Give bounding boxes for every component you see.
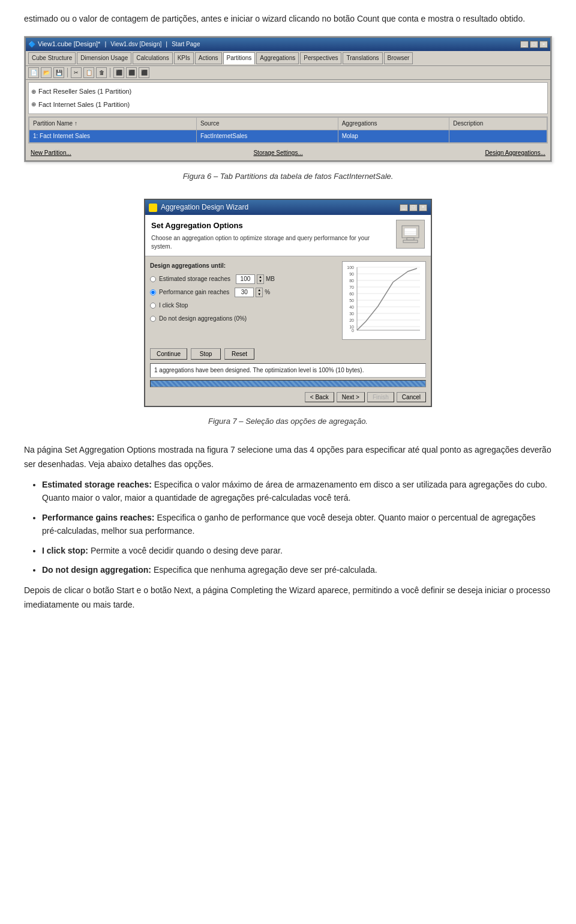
bullet2-title: Performance gains reaches:	[42, 513, 155, 522]
fig6-tab2[interactable]: View1.dsv [Design]	[110, 40, 161, 49]
fig6-table-area: Partition Name ↑ Source Aggregations Des…	[28, 116, 548, 143]
toolbar-cube-structure[interactable]: Cube Structure	[28, 52, 76, 64]
tree-label-1: Fact Reseller Sales (1 Partition)	[38, 86, 131, 97]
storage-settings-link[interactable]: Storage Settings...	[253, 148, 302, 158]
toolbar-calculations[interactable]: Calculations	[133, 52, 172, 64]
fig7-opt2-label: Performance gain reaches	[159, 288, 229, 297]
cut-icon[interactable]: ✂	[71, 67, 82, 78]
icon7[interactable]: ⬛	[139, 67, 149, 78]
fig7-opt1-down[interactable]: ▼	[257, 279, 263, 283]
fig6-tab3[interactable]: Start Page	[172, 40, 200, 49]
fig7-header-desc: Choose an aggregation option to optimize…	[151, 234, 390, 251]
fig7-win-controls: _ □ ×	[400, 204, 427, 211]
fig7-opt2-value[interactable]: 30	[235, 288, 254, 297]
toolbar-partitions[interactable]: Partitions	[223, 52, 256, 64]
fig7-opt1-control: 100 ▲ ▼ MB	[236, 274, 275, 284]
fig7-back-btn[interactable]: < Back	[305, 392, 334, 402]
fig7-radio-3[interactable]	[150, 303, 156, 309]
fig7-opt2-control: 30 ▲ ▼ %	[235, 288, 270, 297]
fig7-radio-2[interactable]	[150, 289, 156, 295]
design-aggregations-link[interactable]: Design Aggregations...	[485, 148, 545, 158]
fig6-title: View1.cube [Design]*	[38, 39, 100, 50]
bullet4-title: Do not design aggregation:	[42, 565, 151, 575]
fig7-title-icon	[149, 204, 157, 212]
toolbar-actions[interactable]: Actions	[195, 52, 222, 64]
col-header-description: Description	[449, 118, 547, 130]
fig7-restore[interactable]: □	[409, 204, 418, 211]
icon6[interactable]: ⬛	[126, 67, 137, 78]
close-btn[interactable]: ×	[539, 41, 548, 48]
delete-icon[interactable]: 🗑	[96, 67, 107, 78]
new-icon[interactable]: 📄	[28, 67, 39, 78]
fig7-opt1-arrows[interactable]: ▲ ▼	[257, 274, 264, 284]
fig7-option-4: Do not design aggregations (0%)	[150, 314, 337, 324]
bullet-item-2: Performance gains reaches: Especifica o …	[42, 511, 552, 538]
minimize-btn[interactable]: _	[520, 41, 529, 48]
fig7-header-text: Set Aggregation Options Choose an aggreg…	[151, 220, 390, 251]
cell-aggregations: Molap	[338, 130, 449, 143]
fig7-design-label: Design aggregations until:	[150, 261, 337, 271]
figure6-caption: Figura 6 – Tab Partitions da tabela de f…	[24, 167, 552, 187]
toolbar-perspectives[interactable]: Perspectives	[300, 52, 341, 64]
col-header-source: Source	[196, 118, 338, 130]
fig7-minimize[interactable]: _	[400, 204, 408, 211]
fig6-window: 🔷 View1.cube [Design]* | View1.dsv [Desi…	[25, 37, 551, 162]
body-paragraph2: Depois de clicar o botão Start e o botão…	[24, 584, 552, 612]
fig7-title: Aggregation Design Wizard	[161, 202, 248, 213]
table-row[interactable]: 1: Fact Internet Sales FactInternetSales…	[29, 130, 547, 143]
restore-btn[interactable]: □	[530, 41, 538, 48]
fig7-option-2: Performance gain reaches 30 ▲ ▼ %	[150, 288, 337, 297]
fig7-stop-btn[interactable]: Stop	[191, 348, 221, 360]
new-partition-link[interactable]: New Partition...	[31, 148, 71, 158]
fig7-option-1: Estimated storage reaches 100 ▲ ▼ MB	[150, 274, 337, 284]
fig7-left: Design aggregations until: Estimated sto…	[150, 261, 337, 340]
fig7-reset-btn[interactable]: Reset	[224, 348, 254, 360]
bullet3-text-content: Permite a você decidir quando o desing d…	[91, 546, 283, 555]
fig7-header-icon	[396, 220, 425, 249]
cell-description	[449, 130, 547, 143]
fig7-header-title: Set Aggregation Options	[151, 220, 390, 232]
toolbar-dimension-usage[interactable]: Dimension Usage	[77, 52, 131, 64]
fig7-radio-4[interactable]	[150, 316, 156, 322]
fig7-radio-1[interactable]	[150, 276, 156, 282]
fig7-opt2-down[interactable]: ▼	[256, 292, 262, 297]
svg-text:70: 70	[349, 285, 354, 289]
fig6-titlebar: 🔷 View1.cube [Design]* | View1.dsv [Desi…	[26, 38, 550, 51]
open-icon[interactable]: 📂	[41, 67, 52, 78]
toolbar-aggregations[interactable]: Aggregations	[256, 52, 299, 64]
fig7-finish-btn[interactable]: Finish	[367, 392, 394, 402]
copy-icon[interactable]: 📋	[83, 67, 94, 78]
figure7-window: Aggregation Design Wizard _ □ × Set Aggr…	[144, 199, 432, 407]
fig7-continue-btn[interactable]: Continue	[150, 348, 187, 360]
cell-name: 1: Fact Internet Sales	[29, 130, 197, 143]
fig7-opt2-up[interactable]: ▲	[256, 288, 262, 292]
fig6-iconbar: 📄 📂 💾 ✂ 📋 🗑 ⬛ ⬛ ⬛	[26, 66, 550, 80]
fig7-option-3: I click Stop	[150, 301, 337, 310]
toolbar-browser[interactable]: Browser	[384, 52, 413, 64]
svg-text:50: 50	[349, 298, 354, 303]
bullet-list: Estimated storage reaches: Especifica o …	[42, 478, 552, 576]
icon5[interactable]: ⬛	[113, 67, 124, 78]
fig7-next-btn[interactable]: Next >	[337, 392, 365, 402]
toolbar-translations[interactable]: Translations	[343, 52, 382, 64]
fig7-opt4-label: Do not design aggregations (0%)	[159, 314, 247, 324]
toolbar-kpis[interactable]: KPIs	[174, 52, 194, 64]
fig7-cancel-btn[interactable]: Cancel	[397, 392, 426, 402]
svg-text:0: 0	[352, 328, 354, 333]
fig7-opt2-arrows[interactable]: ▲ ▼	[256, 288, 263, 297]
tree-item-1[interactable]: ⊕ Fact Reseller Sales (1 Partition)	[31, 85, 545, 98]
save-icon[interactable]: 💾	[53, 67, 64, 78]
tree-item-2[interactable]: ⊕ Fact Internet Sales (1 Partition)	[31, 98, 545, 112]
fig7-opt1-value[interactable]: 100	[236, 274, 255, 284]
svg-text:100: 100	[347, 265, 354, 270]
bullet1-title: Estimated storage reaches:	[42, 480, 152, 489]
fig7-close[interactable]: ×	[419, 204, 427, 211]
fig7-nav: < Back Next > Finish Cancel	[145, 390, 431, 406]
fig7-opt1-unit: MB	[266, 274, 275, 284]
fig7-progress-fill	[151, 381, 425, 387]
tree-icon-2: ⊕	[31, 100, 36, 109]
bullet-item-1: Estimated storage reaches: Especifica o …	[42, 478, 552, 505]
fig7-opt1-up[interactable]: ▲	[257, 275, 263, 279]
fig6-bottom: New Partition... Storage Settings... Des…	[26, 146, 550, 160]
bullet4-text-content: Especifica que nenhuma agregação deve se…	[154, 565, 377, 575]
